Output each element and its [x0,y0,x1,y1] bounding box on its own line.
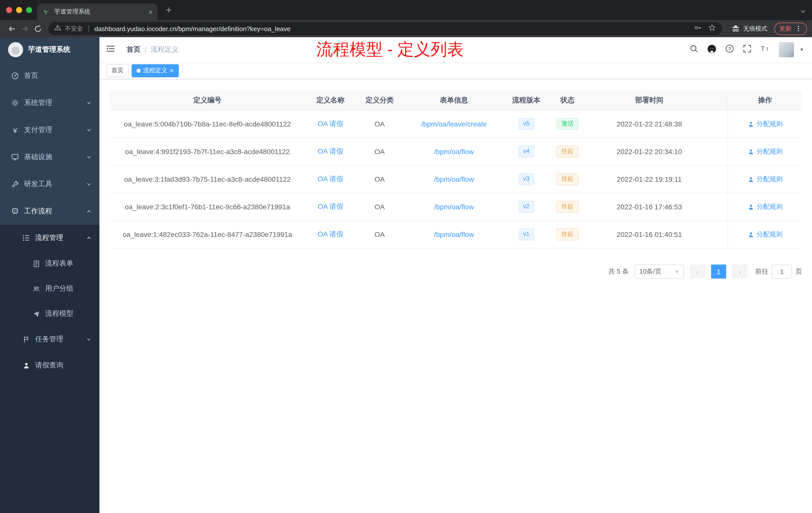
window-controls [0,7,32,13]
person-icon [748,176,754,182]
user-menu-caret-icon[interactable]: ▼ [800,47,804,52]
sidebar-item-process-management[interactable]: 流程管理 [0,225,99,251]
wrench-icon [11,180,19,188]
definition-name-link[interactable]: OA 请假 [318,147,344,156]
sidebar-item-leave-query[interactable]: 请假查询 [0,352,99,379]
version-badge: v5 [518,118,534,130]
sidebar-item-task-management[interactable]: 任务管理 [0,326,99,352]
reload-button[interactable] [31,24,44,33]
search-icon[interactable] [690,44,698,55]
back-button[interactable] [5,24,18,33]
admin-app: 芋道管理系统 首页 系统管理 ¥ 支付管理 基础设施 [0,37,812,513]
breadcrumb-home[interactable]: 首页 [126,45,141,54]
url-text[interactable]: dashboard.yudao.iocoder.cn/bpm/manager/d… [94,25,290,32]
form-info-link[interactable]: /bpm/oa/flow [434,203,474,211]
user-avatar[interactable] [779,42,794,57]
pagination: 共 5 条 10条/页 ▼ ‹ 1 › 前往 页 [110,265,802,279]
sidebar-toggle-hamburger-icon[interactable] [106,44,116,56]
browser-menu-kebab-icon[interactable] [795,25,802,32]
tag-home[interactable]: 首页 [107,64,128,77]
assign-rule-link[interactable]: 分配规则 [748,175,783,184]
sidebar-item-devtools[interactable]: 研发工具 [0,171,99,198]
pagination-total: 共 5 条 [608,267,629,276]
table-header-row: 定义编号 定义名称 定义分类 表单信息 流程版本 状态 部署时间 操作 [110,90,802,111]
definition-name-link[interactable]: OA 请假 [318,230,344,239]
password-key-icon[interactable] [694,24,702,34]
sidebar-item-process-form[interactable]: 流程表单 [0,251,99,276]
status-badge: 挂起 [556,201,579,213]
security-label[interactable]: 不安全 [65,24,83,33]
font-size-icon[interactable]: TT [760,44,770,55]
bookmark-star-icon[interactable] [708,24,716,34]
sidebar-item-infrastructure[interactable]: 基础设施 [0,144,99,171]
assign-rule-link[interactable]: 分配规则 [748,230,783,239]
incognito-label: 无痕模式 [743,24,767,33]
minimize-window-button[interactable] [16,7,22,13]
users-icon [32,284,40,293]
table-row: oa_leave:5:004b710b-7b8a-11ec-8ef0-acde4… [110,111,802,138]
version-badge: v2 [518,201,534,213]
definition-category: OA [355,221,404,248]
sidebar-item-workflow[interactable]: 工作流程 [0,198,99,225]
form-info-link[interactable]: /bpm/oa/flow [434,148,474,156]
zoom-window-button[interactable] [26,7,32,13]
form-info-link[interactable]: /bpm/oa/flow [434,175,474,183]
page-number-button[interactable]: 1 [711,265,726,279]
sidebar-item-user-group[interactable]: 用户分组 [0,276,99,301]
tag-label: 首页 [112,66,123,75]
main-panel: 首页 / 流程定义 流程模型 - 定义列表 ? [99,37,812,513]
assign-rule-link[interactable]: 分配规则 [748,147,783,156]
assign-rule-link[interactable]: 分配规则 [748,119,783,128]
person-icon [748,204,754,210]
page-content: 定义编号 定义名称 定义分类 表单信息 流程版本 状态 部署时间 操作 oa_l… [99,79,812,279]
logo-avatar [8,42,23,57]
tag-close-icon[interactable]: × [170,67,174,74]
next-page-button[interactable]: › [732,265,747,279]
person-icon [748,148,754,155]
address-bar[interactable]: 不安全 dashboard.yudao.iocoder.cn/bpm/manag… [48,22,722,35]
definition-category: OA [355,138,404,165]
list-icon [22,234,30,242]
fullscreen-icon[interactable] [743,44,752,55]
page-size-select[interactable]: 10条/页 ▼ [635,265,684,279]
column-header: 定义名称 [305,90,355,110]
paper-plane-icon [32,310,40,318]
help-icon[interactable]: ? [725,44,734,55]
table-row: oa_leave:1:482ec033-762a-11ec-8477-a2380… [110,221,802,248]
definition-category: OA [355,193,404,220]
version-badge: v1 [518,229,534,240]
close-window-button[interactable] [6,7,12,13]
goto-page-input[interactable] [772,265,792,279]
prev-page-button[interactable]: ‹ [690,265,705,279]
github-icon[interactable] [707,44,717,56]
definition-id: oa_leave:2:3c1f0ef1-76b1-11ec-9c66-a2380… [110,193,305,220]
tag-process-definition[interactable]: 流程定义 × [132,64,178,77]
definition-name-link[interactable]: OA 请假 [318,202,344,211]
chevron-down-icon [86,100,91,105]
definition-name-link[interactable]: OA 请假 [318,175,344,184]
column-header: 定义编号 [110,90,305,110]
sidebar-item-process-model[interactable]: 流程模型 [0,301,99,326]
browser-update-chip[interactable]: 更新 [774,22,807,35]
version-badge: v4 [518,146,534,157]
form-info-link[interactable]: /bpm/oa/flow [434,231,474,238]
definition-name-link[interactable]: OA 请假 [318,119,344,128]
deploy-time: 2022-01-16 17:46:53 [586,193,712,220]
update-label[interactable]: 更新 [779,24,791,33]
sidebar-item-payment[interactable]: ¥ 支付管理 [0,117,99,144]
tab-close-icon[interactable]: × [149,8,153,15]
tab-search-chevron-icon[interactable] [800,7,806,17]
sidebar-item-home[interactable]: 首页 [0,62,99,89]
deploy-time: 2022-01-22 19:19:11 [586,165,712,193]
form-info-link[interactable]: /bpm/oa/leave/create [421,120,487,128]
column-header: 定义分类 [355,90,404,110]
assign-rule-link[interactable]: 分配规则 [748,202,783,211]
page-size-value: 10条/页 [639,267,661,276]
new-tab-button[interactable] [165,6,173,16]
sidebar-item-system[interactable]: 系统管理 [0,89,99,117]
navbar-actions: ? TT ▼ [690,42,804,57]
table-row: oa_leave:3:1fad3d93-7b75-11ec-a3c8-acde4… [110,165,802,193]
browser-tab[interactable]: 芋道管理系统 × [37,3,158,20]
forward-button[interactable] [18,24,31,33]
definition-table: 定义编号 定义名称 定义分类 表单信息 流程版本 状态 部署时间 操作 oa_l… [110,90,802,248]
